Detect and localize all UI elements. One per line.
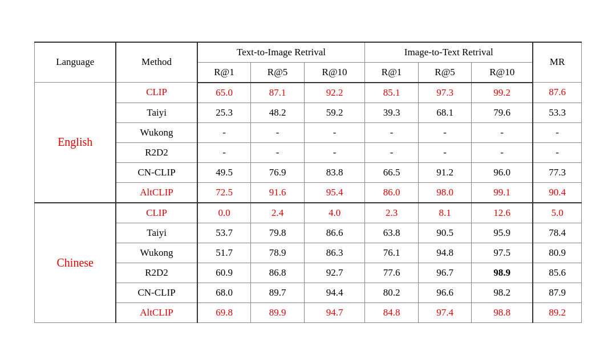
cell-iti_r5: 97.3 [418, 83, 471, 103]
cell-method: AltCLIP [116, 302, 197, 322]
cell-tti_r1: 51.7 [197, 243, 251, 263]
cell-method: R2D2 [116, 142, 197, 162]
cell-tti_r5: 89.9 [251, 302, 304, 322]
cell-method: Wukong [116, 243, 197, 263]
table-row: CN-CLIP49.576.983.866.591.296.077.3 [35, 162, 582, 182]
cell-mr: - [533, 122, 581, 142]
cell-iti_r1: 80.2 [365, 283, 418, 302]
cell-tti_r1: - [197, 142, 251, 162]
cell-tti_r10: 59.2 [304, 103, 365, 122]
cell-iti_r1: 2.3 [365, 203, 418, 223]
cell-iti_r5: 96.6 [418, 283, 471, 302]
cell-mr: 53.3 [533, 103, 581, 122]
cell-tti_r10: 92.2 [304, 83, 365, 103]
cell-iti_r1: - [365, 142, 418, 162]
cell-method: Taiyi [116, 223, 197, 243]
cell-iti_r5: - [418, 142, 471, 162]
cell-method: R2D2 [116, 263, 197, 283]
cell-tti_r1: 60.9 [197, 263, 251, 283]
cell-iti_r1: 84.8 [365, 302, 418, 322]
cell-method: CLIP [116, 83, 197, 103]
cell-tti_r10: 92.7 [304, 263, 365, 283]
cell-method: CN-CLIP [116, 283, 197, 302]
cell-iti_r10: 99.2 [472, 83, 533, 103]
cell-tti_r10: - [304, 122, 365, 142]
cell-tti_r5: 79.8 [251, 223, 304, 243]
cell-tti_r5: 2.4 [251, 203, 304, 223]
cell-tti_r5: 89.7 [251, 283, 304, 302]
cell-language: English [35, 83, 116, 203]
header-tti-r1: R@1 [197, 62, 251, 83]
cell-tti_r5: 48.2 [251, 103, 304, 122]
cell-mr: - [533, 142, 581, 162]
cell-iti_r10: 99.1 [472, 182, 533, 203]
cell-iti_r10: 79.6 [472, 103, 533, 122]
cell-iti_r5: 96.7 [418, 263, 471, 283]
cell-tti_r1: 49.5 [197, 162, 251, 182]
cell-method: Taiyi [116, 103, 197, 122]
cell-iti_r5: 91.2 [418, 162, 471, 182]
cell-tti_r5: - [251, 142, 304, 162]
cell-tti_r10: 83.8 [304, 162, 365, 182]
cell-mr: 90.4 [533, 182, 581, 203]
cell-tti_r1: 53.7 [197, 223, 251, 243]
header-iti-r1: R@1 [365, 62, 418, 83]
cell-tti_r5: - [251, 122, 304, 142]
cell-tti_r5: 76.9 [251, 162, 304, 182]
cell-tti_r5: 87.1 [251, 83, 304, 103]
header-method: Method [116, 42, 197, 83]
header-language: Language [35, 42, 116, 83]
cell-iti_r5: 8.1 [418, 203, 471, 223]
cell-iti_r10: 12.6 [472, 203, 533, 223]
cell-iti_r10: 98.8 [472, 302, 533, 322]
cell-iti_r10: - [472, 122, 533, 142]
cell-iti_r5: 68.1 [418, 103, 471, 122]
cell-tti_r1: 68.0 [197, 283, 251, 302]
cell-iti_r10: - [472, 142, 533, 162]
cell-method: Wukong [116, 122, 197, 142]
cell-tti_r1: 69.8 [197, 302, 251, 322]
cell-language: Chinese [35, 203, 116, 323]
table-row: AltCLIP69.889.994.784.897.498.889.2 [35, 302, 582, 322]
cell-tti_r1: - [197, 122, 251, 142]
table-row: EnglishCLIP65.087.192.285.197.399.287.6 [35, 83, 582, 103]
results-table: Language Method Text-to-Image Retrival I… [34, 42, 582, 323]
cell-iti_r5: 94.8 [418, 243, 471, 263]
table-row: R2D260.986.892.777.696.798.985.6 [35, 263, 582, 283]
cell-iti_r5: 97.4 [418, 302, 471, 322]
cell-tti_r10: 4.0 [304, 203, 365, 223]
cell-mr: 89.2 [533, 302, 581, 322]
table-row: Wukong51.778.986.376.194.897.580.9 [35, 243, 582, 263]
cell-iti_r1: 85.1 [365, 83, 418, 103]
cell-tti_r1: 0.0 [197, 203, 251, 223]
cell-iti_r1: 63.8 [365, 223, 418, 243]
cell-tti_r10: 86.6 [304, 223, 365, 243]
header-tti-r10: R@10 [304, 62, 365, 83]
header-iti-r5: R@5 [418, 62, 471, 83]
header-tti-r5: R@5 [251, 62, 304, 83]
cell-iti_r10: 98.2 [472, 283, 533, 302]
cell-iti_r5: - [418, 122, 471, 142]
cell-iti_r10: 98.9 [472, 263, 533, 283]
cell-mr: 87.6 [533, 83, 581, 103]
table-row: AltCLIP72.591.695.486.098.099.190.4 [35, 182, 582, 203]
cell-tti_r1: 25.3 [197, 103, 251, 122]
table-row: Taiyi53.779.886.663.890.595.978.4 [35, 223, 582, 243]
cell-iti_r10: 95.9 [472, 223, 533, 243]
cell-tti_r10: 86.3 [304, 243, 365, 263]
cell-method: AltCLIP [116, 182, 197, 203]
cell-tti_r10: 94.4 [304, 283, 365, 302]
cell-tti_r1: 72.5 [197, 182, 251, 203]
cell-mr: 85.6 [533, 263, 581, 283]
cell-tti_r5: 91.6 [251, 182, 304, 203]
table-container: Language Method Text-to-Image Retrival I… [34, 42, 582, 323]
cell-iti_r1: - [365, 122, 418, 142]
cell-tti_r10: 95.4 [304, 182, 365, 203]
cell-iti_r1: 76.1 [365, 243, 418, 263]
header-iti-group: Image-to-Text Retrival [365, 42, 533, 63]
cell-tti_r10: - [304, 142, 365, 162]
header-iti-r10: R@10 [472, 62, 533, 83]
cell-tti_r10: 94.7 [304, 302, 365, 322]
cell-iti_r10: 97.5 [472, 243, 533, 263]
cell-iti_r10: 96.0 [472, 162, 533, 182]
